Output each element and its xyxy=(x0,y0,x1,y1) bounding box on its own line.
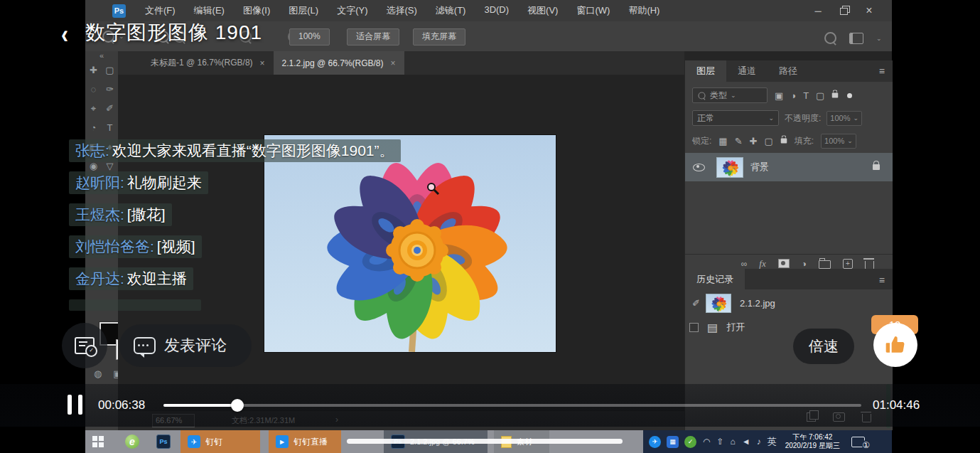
security-tray-icon[interactable]: ✓ xyxy=(684,436,696,448)
lock-move-icon[interactable]: ✚ xyxy=(750,136,758,146)
workspace-icon[interactable] xyxy=(849,33,863,44)
history-item-open-file[interactable]: ✐ 2.1.2.jpg xyxy=(685,291,893,315)
menu-image[interactable]: 图像(I) xyxy=(234,4,279,17)
usb-icon[interactable]: ⇧ xyxy=(716,437,723,447)
menu-select[interactable]: 选择(S) xyxy=(377,4,426,17)
menu-3d[interactable]: 3D(D) xyxy=(475,4,518,17)
device-icon[interactable]: ⌂ xyxy=(731,437,736,447)
layer-visibility-icon[interactable] xyxy=(693,164,705,171)
move-tool-icon[interactable]: ✚ xyxy=(90,65,97,75)
dingtalk-task-button[interactable]: ✈ 钉钉 xyxy=(181,430,260,453)
fit-screen-button[interactable]: 适合屏幕 xyxy=(347,28,399,46)
delete-layer-icon[interactable] xyxy=(865,261,874,270)
fill-value-box[interactable]: 100% ⌄ xyxy=(821,134,856,149)
layer-row-background[interactable]: 背景 xyxy=(685,153,893,181)
fill-screen-button[interactable]: 填充屏幕 xyxy=(413,28,465,46)
action-center-icon[interactable]: ① xyxy=(851,437,865,447)
pause-button[interactable] xyxy=(68,395,82,415)
tab-paths[interactable]: 路径 xyxy=(768,60,809,82)
menu-type[interactable]: 文字(Y) xyxy=(328,4,377,17)
browser-task-button[interactable]: e xyxy=(125,430,139,453)
quick-mask-icon[interactable]: ◍ xyxy=(94,368,102,379)
progress-knob[interactable] xyxy=(231,399,244,412)
layer-thumbnail[interactable] xyxy=(716,157,743,178)
menu-window[interactable]: 窗口(W) xyxy=(567,4,619,17)
wifi-icon[interactable]: ◠ xyxy=(703,437,710,447)
history-item-open[interactable]: ▤ 打开 xyxy=(685,316,893,338)
marquee-tool-icon[interactable]: ▢ xyxy=(105,65,114,75)
tab-history[interactable]: 历史记录 xyxy=(685,269,745,289)
lasso-tool-icon[interactable]: ◌ xyxy=(91,85,97,95)
like-button[interactable] xyxy=(873,323,917,367)
input-language-indicator[interactable]: 英 xyxy=(768,435,777,448)
restore-button[interactable] xyxy=(831,5,856,17)
filter-shape-icon[interactable]: ▢ xyxy=(816,90,824,101)
search-icon[interactable] xyxy=(824,32,836,44)
crop-tool-icon[interactable]: ⌖ xyxy=(91,104,96,114)
adjustment-layer-icon[interactable]: ◑ xyxy=(802,259,807,269)
lock-artboard-icon[interactable]: ▢ xyxy=(764,136,772,146)
minimize-button[interactable]: ─ xyxy=(805,6,831,16)
opacity-value-box[interactable]: 100% ⌄ xyxy=(826,111,862,126)
chevron-down-icon: ⌄ xyxy=(731,92,736,99)
history-source-checkbox[interactable] xyxy=(689,323,699,332)
new-group-icon[interactable] xyxy=(819,260,831,269)
zoom-100-button[interactable]: 100% xyxy=(289,28,330,46)
type-tool-icon[interactable]: T xyxy=(107,123,113,133)
filter-type-icon[interactable]: T xyxy=(803,90,809,101)
filter-toggle-icon[interactable] xyxy=(847,93,852,98)
menu-view[interactable]: 视图(V) xyxy=(518,4,567,17)
start-button[interactable] xyxy=(92,430,104,453)
lock-all-icon[interactable] xyxy=(781,139,787,144)
quick-select-tool-icon[interactable]: ✑ xyxy=(106,85,114,95)
link-layers-icon[interactable]: ∞ xyxy=(741,259,748,269)
menu-help[interactable]: 帮助(H) xyxy=(619,4,669,17)
menu-edit[interactable]: 编辑(E) xyxy=(185,4,234,17)
tab-close-icon[interactable]: × xyxy=(391,58,396,68)
volume-icon[interactable]: ◄ xyxy=(742,437,750,447)
back-button[interactable]: ‹ xyxy=(61,19,68,50)
add-mask-icon[interactable] xyxy=(778,259,790,268)
tab-layers[interactable]: 图层 xyxy=(685,60,726,82)
grid-app-tray-icon[interactable]: ▦ xyxy=(667,436,679,448)
playback-speed-button[interactable]: 倍速 xyxy=(793,329,854,364)
progress-track[interactable] xyxy=(163,404,861,407)
menu-layer[interactable]: 图层(L) xyxy=(279,4,328,17)
chat-message: 张志:欢迎大家来观看直播“数字图形图像1901”。 xyxy=(69,139,401,162)
sign-in-button[interactable]: ✓ xyxy=(62,323,107,368)
blend-mode-select[interactable]: 正常 ⌄ xyxy=(692,110,779,126)
dingtalk-live-task-button[interactable]: ▶ 钉钉直播 xyxy=(269,430,341,453)
layer-style-icon[interactable]: fx xyxy=(759,258,765,270)
chevron-down-icon: ⌄ xyxy=(847,137,853,144)
panel-menu-icon[interactable]: ≡ xyxy=(879,65,884,77)
menu-file[interactable]: 文件(F) xyxy=(136,4,185,17)
photoshop-logo: Ps xyxy=(112,4,126,18)
tab-untitled-1[interactable]: 未标题-1 @ 16.7%(RGB/8) × xyxy=(142,51,274,75)
filter-smartobject-icon[interactable] xyxy=(832,93,839,98)
photoshop-task-button[interactable]: Ps xyxy=(156,430,171,453)
healing-tool-icon[interactable]: ◔ xyxy=(91,123,97,133)
history-brush-source-icon[interactable]: ✐ xyxy=(692,298,700,309)
history-snapshot-thumbnail[interactable] xyxy=(706,294,731,313)
history-menu-icon[interactable]: ≡ xyxy=(879,275,884,286)
dingtalk-tray-icon[interactable]: ✈ xyxy=(649,436,661,448)
post-comment-button[interactable]: 发表评论 xyxy=(119,324,252,367)
filter-type-select[interactable]: 类型 ⌄ xyxy=(692,87,768,103)
new-layer-icon[interactable]: + xyxy=(843,259,853,269)
window-controls: ─ × xyxy=(805,0,882,21)
tab-close-icon[interactable]: × xyxy=(260,58,265,68)
tab-channels[interactable]: 通道 xyxy=(726,60,768,82)
eyedropper-tool-icon[interactable]: ✐ xyxy=(106,104,114,114)
close-button[interactable]: × xyxy=(856,4,882,17)
lock-paint-icon[interactable]: ✎ xyxy=(735,136,743,146)
home-indicator[interactable] xyxy=(347,439,623,444)
filter-adjustment-icon[interactable]: ◑ xyxy=(790,90,796,101)
collapse-tools-icon[interactable]: « xyxy=(85,51,118,61)
tab-212-jpg[interactable]: 2.1.2.jpg @ 66.7%(RGB/8) × xyxy=(274,51,404,75)
audio-icon[interactable]: ♪ xyxy=(757,437,761,447)
taskbar-clock[interactable]: 下午 7:06:42 2020/2/19 星期三 xyxy=(785,433,840,450)
zoom-cursor-icon xyxy=(426,182,441,196)
menu-filter[interactable]: 滤镜(T) xyxy=(426,4,475,17)
filter-pixel-icon[interactable]: ▣ xyxy=(775,90,783,101)
lock-transparent-icon[interactable]: ▦ xyxy=(718,136,727,146)
